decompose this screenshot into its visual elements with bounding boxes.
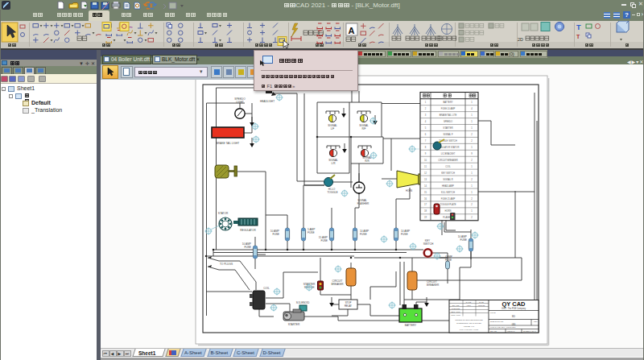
svg-text:R/R: R/R [365, 159, 369, 163]
svg-text:TOGGLE PLATE: TOGGLE PLATE [440, 203, 456, 206]
svg-text:TOGGLE: TOGGLE [327, 191, 337, 194]
svg-text:2D: 2D [518, 37, 523, 42]
svg-text:15: 15 [424, 191, 427, 194]
svg-text:Arthur: Arthur [466, 304, 471, 306]
svg-text:SIGNAL F: SIGNAL F [443, 133, 453, 136]
svg-text:BREAKER: BREAKER [331, 283, 344, 286]
svg-text:FILE NAME: BLK_MOULLER: FILE NAME: BLK_MOULLER [490, 326, 516, 329]
svg-text:CIRCUIT BREAKER: CIRCUIT BREAKER [438, 159, 457, 162]
svg-text:BRAKE TAIL LIGHT: BRAKE TAIL LIGHT [217, 142, 239, 145]
svg-text:SCALE: SCALE [490, 330, 497, 333]
svg-text:FUSE: FUSE [460, 238, 467, 242]
svg-text:STARTER: STARTER [288, 323, 300, 326]
svg-text:BREAKER: BREAKER [427, 283, 440, 287]
svg-text:KEY SWITCH: KEY SWITCH [441, 172, 455, 175]
svg-text:FLASHER: FLASHER [357, 202, 369, 205]
svg-text:14: 14 [424, 184, 427, 188]
svg-text:DIMENSIONS ARE IN INCHES: DIMENSIONS ARE IN INCHES [456, 322, 481, 324]
svg-text:10: 10 [424, 159, 427, 162]
svg-text:HORN: HORN [445, 209, 452, 213]
svg-text:BATTERY: BATTERY [443, 101, 452, 104]
svg-text:DATE: DATE [479, 301, 484, 303]
svg-text:SPEEDO: SPEEDO [444, 120, 452, 123]
svg-text:FUSE: FUSE [360, 233, 367, 236]
svg-text:MGR APPR: MGR APPR [451, 314, 460, 316]
svg-text:UGS - The PLM Company: UGS - The PLM Company [502, 307, 526, 310]
svg-text:T: T [576, 34, 580, 39]
svg-text:13: 13 [424, 178, 427, 181]
svg-text:02/20/23: 02/20/23 [478, 304, 485, 306]
svg-text:RELAY: RELAY [345, 304, 352, 308]
svg-text:SWITCH: SWITCH [423, 242, 434, 246]
svg-text:STARTER: STARTER [443, 126, 452, 130]
svg-text:L/F: L/F [331, 127, 335, 130]
svg-text:SOLENOID: SOLENOID [296, 301, 310, 304]
svg-text:18: 18 [424, 209, 427, 213]
svg-text:FUSE: FUSE [272, 233, 279, 236]
svg-text:REV: REV [534, 321, 538, 323]
svg-text:QY CAD: QY CAD [502, 300, 526, 308]
svg-text:COIL: COIL [445, 165, 451, 168]
svg-text:FUSE-15 AMP: FUSE-15 AMP [441, 197, 456, 201]
svg-text:BD: BD [512, 315, 515, 318]
svg-text:FUSE: FUSE [308, 231, 315, 234]
svg-text:TITLE: TITLE [490, 312, 496, 314]
svg-text:SIGNAL R: SIGNAL R [443, 178, 453, 181]
svg-text:ANGLES ±0.5°: ANGLES ±0.5° [463, 325, 475, 327]
svg-text:LIC BRACKET: LIC BRACKET [441, 152, 456, 155]
svg-text:BRAKE/TAIL LITE: BRAKE/TAIL LITE [440, 114, 457, 117]
svg-text:HEADLIGHT: HEADLIGHT [260, 100, 275, 103]
svg-text:NAME: NAME [466, 301, 472, 303]
svg-text:REGULATOR: REGULATOR [240, 229, 256, 232]
svg-text:A: A [349, 26, 355, 35]
svg-text:T: T [576, 23, 581, 31]
svg-text:STATOR: STATOR [218, 212, 229, 215]
svg-text:12: 12 [424, 172, 427, 175]
svg-text:LIGHT: LIGHT [236, 101, 243, 104]
svg-text:19: 19 [424, 216, 427, 219]
svg-text:ENG APPR: ENG APPR [451, 311, 460, 312]
svg-text:FUSE: FUSE [401, 233, 408, 236]
svg-text:HORN: HORN [406, 189, 412, 192]
svg-text:FUSE-10 AMP: FUSE-10 AMP [441, 107, 456, 110]
svg-text:HEADLAMP: HEADLAMP [442, 184, 454, 188]
svg-text:WEIGHT: WEIGHT [507, 330, 515, 333]
svg-text:SHEET 1 OF 1: SHEET 1 OF 1 [523, 330, 537, 333]
svg-text:FUSE: FUSE [320, 239, 328, 242]
svg-text:R/F: R/F [361, 127, 365, 130]
svg-text:17: 17 [424, 203, 427, 206]
svg-text:SIZE DWG NO: SIZE DWG NO [490, 321, 503, 323]
svg-text:TO PLUGS: TO PLUGS [220, 263, 233, 266]
svg-text:11: 11 [424, 165, 427, 168]
svg-text:CHECKED: CHECKED [452, 308, 460, 309]
svg-text:KILL SWITCH: KILL SWITCH [441, 191, 455, 194]
svg-text:DR AWN: DR AWN [452, 304, 460, 306]
svg-text:L/R: L/R [332, 162, 336, 165]
svg-text:UNLESS OTHERWISE SPECIFIED: UNLESS OTHERWISE SPECIFIED [455, 319, 483, 321]
svg-text:COIL: COIL [263, 287, 270, 290]
svg-text:FUSE: FUSE [244, 246, 251, 249]
svg-text:2 PL ±0.01 3 PL ±0.005: 2 PL ±0.01 3 PL ±0.005 [460, 329, 479, 330]
svg-text:16: 16 [424, 197, 427, 201]
svg-text:BATTERY: BATTERY [405, 324, 417, 327]
